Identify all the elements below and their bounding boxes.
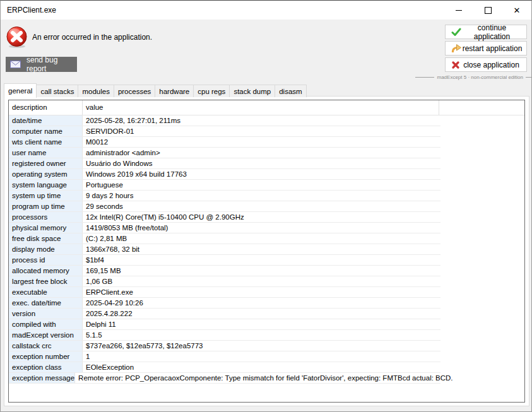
column-header-value[interactable]: value [83,100,439,115]
close-application-label: close application [460,61,523,69]
close-x-icon [451,61,460,69]
continue-application-button[interactable]: continue application [445,25,527,39]
row-description-cell: process id [9,255,83,265]
tab-disasm[interactable]: disasm [275,85,306,97]
row-value-cell: 29 seconds [83,201,440,211]
system-info-table: description value date/time 2025-05-28, … [8,100,525,403]
table-row[interactable]: wts client name M0012 [9,137,440,148]
table-row[interactable]: date/time 2025-05-28, 16:27:01, 211ms [9,115,440,126]
row-value-cell: 12x Intel(R) Core(TM) i5-10400 CPU @ 2.9… [83,212,440,222]
table-row[interactable]: program up time 29 seconds [9,201,440,212]
table-header: description value [9,100,524,115]
window-controls: ✕ [444,1,531,20]
row-value-cell: 2025.4.28.222 [83,309,440,319]
row-description-cell: wts client name [9,137,83,147]
row-value-cell: $1bf4 [83,255,440,265]
row-description-cell: program up time [9,201,83,211]
table-row[interactable]: exception class EOleException [9,362,440,373]
table-row[interactable]: madExcept version 5.1.5 [9,330,440,341]
row-description-cell: processors [9,212,83,222]
close-button[interactable]: ✕ [502,1,531,20]
row-value-cell: Portuguese [83,180,440,190]
row-value-cell: 1,06 GB [83,276,440,286]
row-value-cell: $737ea266, $12ea5773, $12ea5773 [83,341,440,351]
row-description-cell: display mode [9,244,83,254]
table-row[interactable]: system up time 9 days 2 hours [9,191,440,201]
table-row[interactable]: compiled with Delphi 11 [9,319,440,330]
tab-call-stacks[interactable]: call stacks [36,85,78,97]
row-value-cell: 9 days 2 hours [83,191,440,201]
table-row[interactable]: user name administrador <admin> [9,148,440,158]
table-row[interactable]: processors 12x Intel(R) Core(TM) i5-1040… [9,212,440,223]
row-description-cell: exception class [9,362,83,372]
table-row[interactable]: free disk space (C:) 2,81 MB [9,233,440,244]
window-title: ERPClient.exe [1,6,56,15]
row-value-cell: 1366x768, 32 bit [83,244,440,254]
minimize-button[interactable] [444,1,473,20]
tab-processes[interactable]: processes [114,85,155,97]
row-value-cell: SERVIDOR-01 [83,126,440,136]
close-application-button[interactable]: close application [445,57,527,72]
table-row[interactable]: display mode 1366x768, 32 bit [9,244,440,255]
row-description-cell: version [9,309,83,319]
error-message: An error occurred in the application. [32,33,152,42]
table-row[interactable]: system language Portuguese [9,180,440,191]
title-bar: ERPClient.exe ✕ [1,1,531,20]
row-value-cell: EOleException [83,362,440,372]
table-row[interactable]: computer name SERVIDOR-01 [9,126,440,137]
general-tab-page: description value date/time 2025-05-28, … [4,96,529,406]
table-row[interactable]: exception message Remote error: PCP_Oper… [9,373,440,384]
row-value-cell: 169,15 MB [83,266,440,276]
tab-stack-dump[interactable]: stack dump [229,85,275,97]
row-value-cell: M0012 [83,137,440,147]
tab-bar: generalcall stacksmodulesprocesseshardwa… [4,83,306,97]
table-row[interactable]: largest free block 1,06 GB [9,276,440,287]
row-description-cell: physical memory [9,223,83,233]
row-description-cell: date/time [9,115,83,126]
table-row[interactable]: operating system Windows 2019 x64 build … [9,169,440,180]
error-icon [6,26,28,51]
mail-icon [10,61,21,68]
edition-note-text: madExcept 5 · non-commercial edition [437,74,523,80]
row-value-cell: Delphi 11 [83,319,440,329]
table-row[interactable]: exception number 1 [9,351,440,362]
table-row[interactable]: version 2025.4.28.222 [9,309,440,319]
madexcept-error-window: ERPClient.exe ✕ [0,0,532,412]
row-value-cell: administrador <admin> [83,148,440,158]
maximize-button[interactable] [473,1,502,20]
table-row[interactable]: executable ERPClient.exe [9,287,440,298]
restart-application-label: restart application [462,44,523,53]
table-row[interactable]: callstack crc $737ea266, $12ea5773, $12e… [9,341,440,351]
row-description-cell: allocated memory [9,266,83,276]
row-description-cell: executable [9,287,83,297]
row-description-cell: operating system [9,169,83,179]
minimize-icon [456,10,462,11]
row-description-cell: callstack crc [9,341,83,351]
row-value-cell: 2025-04-29 10:26 [83,298,440,308]
column-header-description[interactable]: description [9,100,83,115]
tab-cpu-regs[interactable]: cpu regs [193,85,230,97]
row-description-cell: compiled with [9,319,83,329]
table-row[interactable]: exec. date/time 2025-04-29 10:26 [9,298,440,309]
row-value-cell: 2025-05-28, 16:27:01, 211ms [83,115,440,126]
table-row[interactable]: allocated memory 169,15 MB [9,266,440,276]
table-row[interactable]: physical memory 1419/8053 MB (free/total… [9,223,440,233]
tab-modules[interactable]: modules [78,85,114,97]
table-row[interactable]: process id $1bf4 [9,255,440,266]
row-description-cell: user name [9,148,83,158]
row-value-cell: 1419/8053 MB (free/total) [83,223,440,233]
tab-hardware[interactable]: hardware [155,85,194,97]
row-value-cell: 1 [83,351,440,362]
row-value-cell: Remote error: PCP_OperacaoxComponente: T… [75,373,452,383]
row-description-cell: largest free block [9,276,83,286]
table-body: date/time 2025-05-28, 16:27:01, 211ms co… [9,115,524,384]
row-value-cell: Windows 2019 x64 build 17763 [83,169,440,179]
tab-general[interactable]: general [4,83,37,98]
row-description-cell: system up time [9,191,83,201]
restart-application-button[interactable]: restart application [445,41,527,56]
close-icon: ✕ [514,6,521,15]
row-value-cell: Usuário do Windows [83,158,440,168]
maximize-icon [485,7,492,14]
table-row[interactable]: registered owner Usuário do Windows [9,158,440,169]
send-bug-report-button[interactable]: send bug report [6,57,77,72]
